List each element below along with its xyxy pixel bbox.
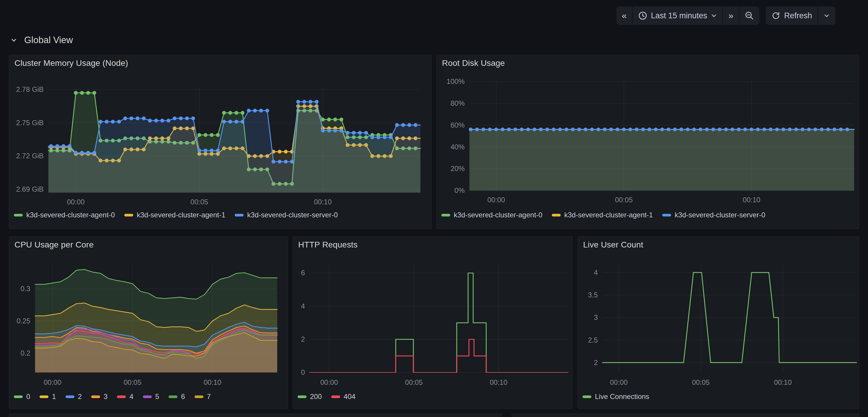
legend-label: k3d-severed-cluster-server-0 bbox=[675, 211, 765, 219]
svg-text:00:05: 00:05 bbox=[124, 378, 142, 386]
chevron-down-icon bbox=[10, 36, 18, 44]
legend-item-live-0[interactable]: Live Connections bbox=[583, 392, 649, 401]
legend-label: 7 bbox=[207, 392, 211, 401]
svg-text:2: 2 bbox=[301, 335, 305, 343]
legend-item-memory-0[interactable]: k3d-severed-cluster-agent-0 bbox=[14, 211, 115, 219]
svg-text:40%: 40% bbox=[451, 143, 465, 151]
refresh-interval-dropdown[interactable] bbox=[818, 6, 835, 25]
svg-text:00:00: 00:00 bbox=[320, 378, 338, 386]
legend-item-rootdisk-2[interactable]: k3d-severed-cluster-server-0 bbox=[662, 211, 765, 219]
chevrons-right-icon: » bbox=[728, 11, 733, 20]
legend-label: 200 bbox=[310, 392, 322, 401]
legend-swatch bbox=[441, 214, 450, 216]
legend-label: k3d-severed-cluster-agent-1 bbox=[564, 211, 653, 219]
svg-text:2.72 GiB: 2.72 GiB bbox=[16, 152, 44, 160]
panel-root-disk: 0%20%40%60%80%100%00:0000:0500:10 Root D… bbox=[436, 55, 859, 229]
time-range-picker[interactable]: Last 15 minutes bbox=[633, 6, 723, 25]
legend-swatch bbox=[117, 395, 126, 398]
legend-swatch bbox=[298, 395, 306, 398]
svg-text:00:05: 00:05 bbox=[405, 378, 423, 386]
legend-item-http-1[interactable]: 404 bbox=[331, 392, 355, 401]
legend-swatch bbox=[552, 214, 561, 216]
panel-title[interactable]: HTTP Requests bbox=[298, 240, 358, 249]
svg-text:00:00: 00:00 bbox=[44, 378, 61, 386]
legend-label: 2 bbox=[78, 392, 82, 401]
legend-item-cpu-1[interactable]: 1 bbox=[39, 392, 56, 401]
legend-item-cpu-4[interactable]: 4 bbox=[117, 392, 133, 401]
refresh-label: Refresh bbox=[784, 11, 812, 20]
row-global-view[interactable]: Global View bbox=[10, 35, 73, 46]
panel-title[interactable]: CPU Usage per Core bbox=[14, 240, 94, 249]
svg-text:80%: 80% bbox=[451, 99, 465, 107]
zoom-out-time-button[interactable] bbox=[739, 6, 760, 25]
legend-swatch bbox=[235, 214, 244, 216]
panel-cluster-memory: 2.69 GiB2.72 GiB2.75 GiB2.78 GiB00:0000:… bbox=[9, 55, 432, 229]
legend-label: 1 bbox=[52, 392, 56, 401]
section-title: Global View bbox=[24, 35, 73, 46]
svg-text:100%: 100% bbox=[447, 78, 465, 85]
http-requests-chart[interactable]: 024600:0000:0500:10 bbox=[293, 237, 572, 409]
legend-label: k3d-severed-cluster-agent-1 bbox=[137, 211, 225, 219]
panel-partial-left bbox=[9, 413, 502, 417]
legend-item-cpu-0[interactable]: 0 bbox=[14, 392, 30, 401]
svg-text:3.5: 3.5 bbox=[588, 291, 598, 299]
legend-swatch bbox=[583, 395, 591, 398]
legend-label: k3d-severed-cluster-agent-0 bbox=[26, 211, 115, 219]
legend-item-rootdisk-0[interactable]: k3d-severed-cluster-agent-0 bbox=[441, 211, 542, 219]
legend-swatch bbox=[194, 395, 204, 398]
svg-text:60%: 60% bbox=[451, 121, 465, 129]
legend-swatch bbox=[66, 395, 74, 398]
legend-label: 3 bbox=[104, 392, 107, 401]
legend-item-http-0[interactable]: 200 bbox=[298, 392, 322, 401]
zoom-out-icon bbox=[745, 11, 754, 20]
time-controls-group: « Last 15 minutes » bbox=[616, 6, 760, 25]
time-shift-forward-button[interactable]: » bbox=[723, 6, 739, 25]
panel-title[interactable]: Root Disk Usage bbox=[442, 58, 505, 68]
legend-swatch bbox=[168, 395, 178, 398]
svg-text:3: 3 bbox=[594, 314, 598, 321]
svg-text:0%: 0% bbox=[454, 186, 465, 194]
svg-text:2.75 GiB: 2.75 GiB bbox=[16, 119, 44, 127]
root-disk-chart[interactable]: 0%20%40%60%80%100%00:0000:0500:10 bbox=[437, 55, 859, 229]
svg-text:0.3: 0.3 bbox=[21, 285, 30, 293]
legend-item-cpu-6[interactable]: 6 bbox=[168, 392, 185, 401]
legend-label: k3d-severed-cluster-agent-0 bbox=[454, 211, 542, 219]
refresh-button[interactable]: Refresh bbox=[766, 6, 817, 25]
cpu-usage-legend: 01234567 bbox=[14, 392, 211, 401]
legend-label: k3d-severed-cluster-server-0 bbox=[247, 211, 338, 219]
legend-item-cpu-7[interactable]: 7 bbox=[194, 392, 211, 401]
svg-text:00:10: 00:10 bbox=[314, 198, 332, 206]
legend-label: 404 bbox=[344, 392, 355, 401]
legend-label: 5 bbox=[155, 392, 159, 401]
svg-text:00:05: 00:05 bbox=[615, 196, 633, 204]
chevron-down-icon bbox=[711, 12, 717, 19]
panel-http-requests: 024600:0000:0500:10 HTTP Requests 200404 bbox=[292, 236, 573, 409]
time-shift-back-button[interactable]: « bbox=[616, 6, 632, 25]
panel-title[interactable]: Live User Count bbox=[583, 240, 643, 249]
svg-text:2: 2 bbox=[594, 359, 598, 366]
panel-cpu-usage: 0.20.250.300:0000:0500:10 CPU Usage per … bbox=[9, 236, 288, 409]
svg-text:0.25: 0.25 bbox=[17, 317, 30, 325]
time-range-label: Last 15 minutes bbox=[651, 11, 707, 20]
legend-item-memory-2[interactable]: k3d-severed-cluster-server-0 bbox=[235, 211, 338, 219]
svg-text:20%: 20% bbox=[451, 165, 465, 173]
legend-item-rootdisk-1[interactable]: k3d-severed-cluster-agent-1 bbox=[552, 211, 653, 219]
legend-swatch bbox=[124, 214, 133, 216]
panel-title[interactable]: Cluster Memory Usage (Node) bbox=[14, 58, 128, 68]
svg-text:00:10: 00:10 bbox=[743, 196, 760, 204]
legend-item-cpu-3[interactable]: 3 bbox=[91, 392, 107, 401]
svg-text:2.78 GiB: 2.78 GiB bbox=[16, 85, 44, 93]
legend-swatch bbox=[662, 214, 671, 216]
http-requests-legend: 200404 bbox=[298, 392, 355, 401]
svg-text:4: 4 bbox=[301, 302, 305, 310]
chevron-down-icon bbox=[824, 12, 830, 19]
legend-item-memory-1[interactable]: k3d-severed-cluster-agent-1 bbox=[124, 211, 225, 219]
svg-text:2.69 GiB: 2.69 GiB bbox=[16, 185, 44, 193]
legend-item-cpu-5[interactable]: 5 bbox=[143, 392, 159, 401]
live-user-count-chart[interactable]: 22.533.5400:0000:0500:10 bbox=[578, 237, 859, 409]
cluster-memory-chart[interactable]: 2.69 GiB2.72 GiB2.75 GiB2.78 GiB00:0000:… bbox=[9, 55, 431, 229]
legend-item-cpu-2[interactable]: 2 bbox=[66, 392, 82, 401]
legend-swatch bbox=[14, 214, 23, 216]
chevrons-left-icon: « bbox=[622, 11, 627, 20]
cpu-usage-chart[interactable]: 0.20.250.300:0000:0500:10 bbox=[9, 237, 287, 409]
